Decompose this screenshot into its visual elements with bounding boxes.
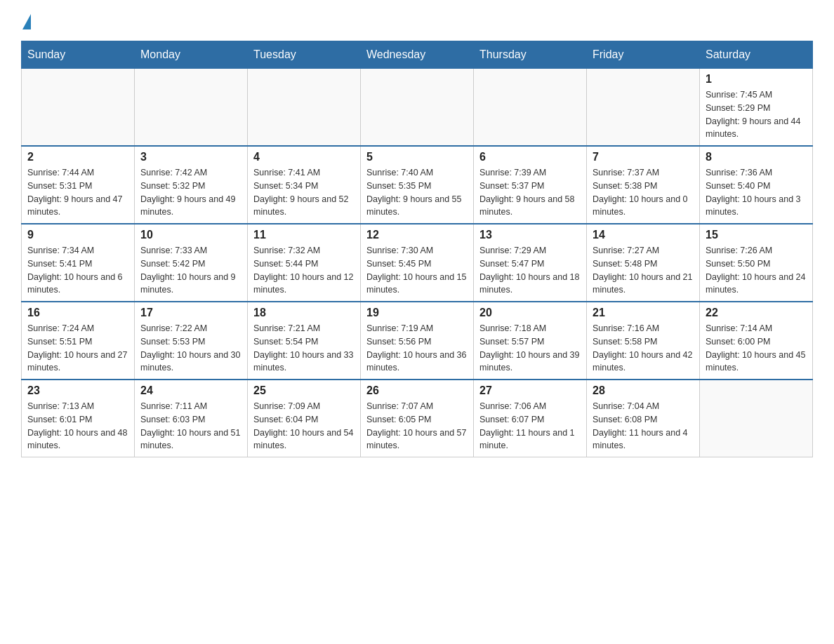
day-number: 28 xyxy=(593,384,694,397)
calendar-cell: 22Sunrise: 7:14 AMSunset: 6:00 PMDayligh… xyxy=(700,302,813,380)
calendar-cell xyxy=(474,69,587,147)
day-info: Sunrise: 7:27 AMSunset: 5:48 PMDaylight:… xyxy=(593,244,694,297)
day-number: 8 xyxy=(706,151,807,163)
day-number: 12 xyxy=(366,229,468,241)
day-info: Sunrise: 7:22 AMSunset: 5:53 PMDaylight:… xyxy=(140,322,241,375)
day-number: 2 xyxy=(27,151,128,163)
calendar-cell: 1Sunrise: 7:45 AMSunset: 5:29 PMDaylight… xyxy=(700,69,813,147)
calendar-cell: 15Sunrise: 7:26 AMSunset: 5:50 PMDayligh… xyxy=(700,224,813,302)
calendar-cell xyxy=(700,380,813,457)
calendar-cell: 10Sunrise: 7:33 AMSunset: 5:42 PMDayligh… xyxy=(135,224,248,302)
day-number: 23 xyxy=(27,384,128,397)
day-number: 10 xyxy=(140,229,241,241)
calendar-table: SundayMondayTuesdayWednesdayThursdayFrid… xyxy=(21,41,813,457)
day-header-saturday: Saturday xyxy=(700,41,813,69)
day-info: Sunrise: 7:32 AMSunset: 5:44 PMDaylight:… xyxy=(253,244,355,297)
day-number: 22 xyxy=(706,307,807,319)
week-row-5: 23Sunrise: 7:13 AMSunset: 6:01 PMDayligh… xyxy=(22,380,813,457)
day-number: 21 xyxy=(593,307,694,319)
day-number: 24 xyxy=(140,384,241,397)
calendar-cell: 28Sunrise: 7:04 AMSunset: 6:08 PMDayligh… xyxy=(587,380,700,457)
day-number: 14 xyxy=(593,229,694,241)
day-info: Sunrise: 7:29 AMSunset: 5:47 PMDaylight:… xyxy=(479,244,581,297)
calendar-cell: 25Sunrise: 7:09 AMSunset: 6:04 PMDayligh… xyxy=(248,380,361,457)
calendar-header: SundayMondayTuesdayWednesdayThursdayFrid… xyxy=(22,41,813,69)
calendar-cell xyxy=(361,69,474,147)
day-info: Sunrise: 7:18 AMSunset: 5:57 PMDaylight:… xyxy=(479,322,581,375)
calendar-cell: 2Sunrise: 7:44 AMSunset: 5:31 PMDaylight… xyxy=(22,146,135,224)
day-info: Sunrise: 7:36 AMSunset: 5:40 PMDaylight:… xyxy=(706,166,807,219)
calendar-cell: 20Sunrise: 7:18 AMSunset: 5:57 PMDayligh… xyxy=(474,302,587,380)
day-info: Sunrise: 7:13 AMSunset: 6:01 PMDaylight:… xyxy=(27,400,128,452)
calendar-cell xyxy=(22,69,135,147)
day-info: Sunrise: 7:40 AMSunset: 5:35 PMDaylight:… xyxy=(366,166,468,219)
calendar-body: 1Sunrise: 7:45 AMSunset: 5:29 PMDaylight… xyxy=(22,69,813,457)
calendar-cell: 19Sunrise: 7:19 AMSunset: 5:56 PMDayligh… xyxy=(361,302,474,380)
day-number: 17 xyxy=(140,307,241,319)
day-info: Sunrise: 7:07 AMSunset: 6:05 PMDaylight:… xyxy=(366,400,468,452)
week-row-3: 9Sunrise: 7:34 AMSunset: 5:41 PMDaylight… xyxy=(22,224,813,302)
day-info: Sunrise: 7:33 AMSunset: 5:42 PMDaylight:… xyxy=(140,244,241,297)
page-header xyxy=(21,14,813,34)
calendar-cell: 27Sunrise: 7:06 AMSunset: 6:07 PMDayligh… xyxy=(474,380,587,457)
calendar-cell: 6Sunrise: 7:39 AMSunset: 5:37 PMDaylight… xyxy=(474,146,587,224)
day-info: Sunrise: 7:21 AMSunset: 5:54 PMDaylight:… xyxy=(253,322,355,375)
day-number: 13 xyxy=(479,229,581,241)
day-info: Sunrise: 7:39 AMSunset: 5:37 PMDaylight:… xyxy=(479,166,581,219)
day-info: Sunrise: 7:45 AMSunset: 5:29 PMDaylight:… xyxy=(706,88,807,141)
day-number: 1 xyxy=(706,73,807,86)
calendar-cell: 21Sunrise: 7:16 AMSunset: 5:58 PMDayligh… xyxy=(587,302,700,380)
day-number: 19 xyxy=(366,307,468,319)
day-header-wednesday: Wednesday xyxy=(361,41,474,69)
day-info: Sunrise: 7:24 AMSunset: 5:51 PMDaylight:… xyxy=(27,322,128,375)
day-header-monday: Monday xyxy=(135,41,248,69)
day-info: Sunrise: 7:16 AMSunset: 5:58 PMDaylight:… xyxy=(593,322,694,375)
calendar-cell: 3Sunrise: 7:42 AMSunset: 5:32 PMDaylight… xyxy=(135,146,248,224)
calendar-cell: 7Sunrise: 7:37 AMSunset: 5:38 PMDaylight… xyxy=(587,146,700,224)
calendar-cell: 4Sunrise: 7:41 AMSunset: 5:34 PMDaylight… xyxy=(248,146,361,224)
day-info: Sunrise: 7:34 AMSunset: 5:41 PMDaylight:… xyxy=(27,244,128,297)
day-number: 15 xyxy=(706,229,807,241)
day-info: Sunrise: 7:30 AMSunset: 5:45 PMDaylight:… xyxy=(366,244,468,297)
calendar-cell: 13Sunrise: 7:29 AMSunset: 5:47 PMDayligh… xyxy=(474,224,587,302)
week-row-2: 2Sunrise: 7:44 AMSunset: 5:31 PMDaylight… xyxy=(22,146,813,224)
calendar-cell xyxy=(587,69,700,147)
day-number: 4 xyxy=(253,151,355,163)
day-info: Sunrise: 7:04 AMSunset: 6:08 PMDaylight:… xyxy=(593,400,694,452)
calendar-cell: 9Sunrise: 7:34 AMSunset: 5:41 PMDaylight… xyxy=(22,224,135,302)
day-info: Sunrise: 7:26 AMSunset: 5:50 PMDaylight:… xyxy=(706,244,807,297)
calendar-cell xyxy=(248,69,361,147)
day-number: 16 xyxy=(27,307,128,319)
calendar-cell: 26Sunrise: 7:07 AMSunset: 6:05 PMDayligh… xyxy=(361,380,474,457)
day-info: Sunrise: 7:09 AMSunset: 6:04 PMDaylight:… xyxy=(253,400,355,452)
calendar-cell: 8Sunrise: 7:36 AMSunset: 5:40 PMDaylight… xyxy=(700,146,813,224)
day-info: Sunrise: 7:41 AMSunset: 5:34 PMDaylight:… xyxy=(253,166,355,219)
day-info: Sunrise: 7:14 AMSunset: 6:00 PMDaylight:… xyxy=(706,322,807,375)
day-number: 20 xyxy=(479,307,581,319)
day-number: 7 xyxy=(593,151,694,163)
day-header-tuesday: Tuesday xyxy=(248,41,361,69)
day-number: 6 xyxy=(479,151,581,163)
calendar-cell xyxy=(135,69,248,147)
calendar-cell: 16Sunrise: 7:24 AMSunset: 5:51 PMDayligh… xyxy=(22,302,135,380)
days-of-week-row: SundayMondayTuesdayWednesdayThursdayFrid… xyxy=(22,41,813,69)
day-number: 11 xyxy=(253,229,355,241)
week-row-4: 16Sunrise: 7:24 AMSunset: 5:51 PMDayligh… xyxy=(22,302,813,380)
day-info: Sunrise: 7:19 AMSunset: 5:56 PMDaylight:… xyxy=(366,322,468,375)
day-number: 3 xyxy=(140,151,241,163)
calendar-cell: 24Sunrise: 7:11 AMSunset: 6:03 PMDayligh… xyxy=(135,380,248,457)
calendar-cell: 12Sunrise: 7:30 AMSunset: 5:45 PMDayligh… xyxy=(361,224,474,302)
day-header-thursday: Thursday xyxy=(474,41,587,69)
calendar-cell: 5Sunrise: 7:40 AMSunset: 5:35 PMDaylight… xyxy=(361,146,474,224)
day-info: Sunrise: 7:11 AMSunset: 6:03 PMDaylight:… xyxy=(140,400,241,452)
calendar-cell: 17Sunrise: 7:22 AMSunset: 5:53 PMDayligh… xyxy=(135,302,248,380)
logo-triangle-icon xyxy=(22,14,31,29)
day-number: 18 xyxy=(253,307,355,319)
calendar-cell: 14Sunrise: 7:27 AMSunset: 5:48 PMDayligh… xyxy=(587,224,700,302)
day-info: Sunrise: 7:37 AMSunset: 5:38 PMDaylight:… xyxy=(593,166,694,219)
day-number: 9 xyxy=(27,229,128,241)
day-number: 26 xyxy=(366,384,468,397)
calendar-cell: 11Sunrise: 7:32 AMSunset: 5:44 PMDayligh… xyxy=(248,224,361,302)
day-info: Sunrise: 7:42 AMSunset: 5:32 PMDaylight:… xyxy=(140,166,241,219)
calendar-cell: 23Sunrise: 7:13 AMSunset: 6:01 PMDayligh… xyxy=(22,380,135,457)
